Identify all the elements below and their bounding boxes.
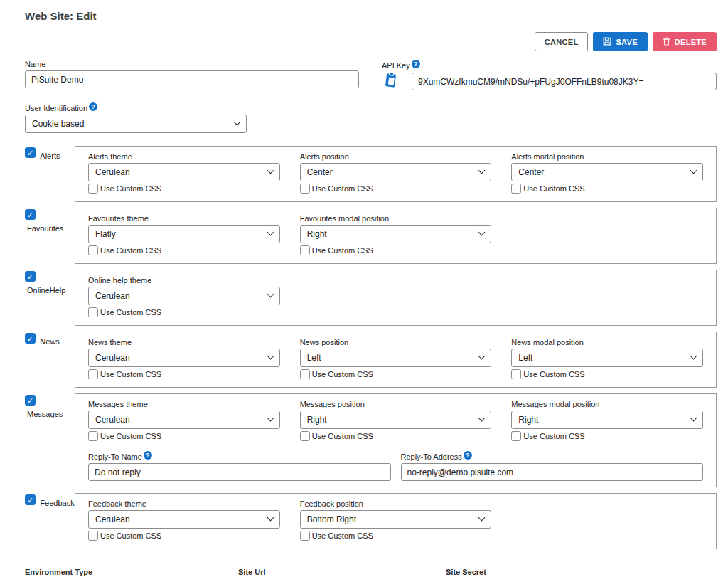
- feedback-theme-custom-css[interactable]: Use Custom CSS: [88, 531, 161, 541]
- alerts-modal-position-custom-css-checkbox[interactable]: [511, 184, 521, 194]
- api-key-input[interactable]: [412, 73, 717, 90]
- favourites-panel: Favourites theme Flatly Use Custom CSS F…: [75, 208, 717, 264]
- favourites-theme-select[interactable]: Flatly: [88, 225, 280, 243]
- alerts-theme-select[interactable]: Cerulean: [88, 163, 280, 181]
- favourites-theme-custom-css[interactable]: Use Custom CSS: [88, 245, 161, 255]
- onlinehelp-theme-custom-css-checkbox[interactable]: [88, 307, 98, 317]
- feedback-theme-custom-css-checkbox[interactable]: [88, 531, 98, 541]
- user-identification-field: User Identification? Cookie based: [25, 102, 247, 133]
- alerts-modal-position-select[interactable]: Center: [511, 163, 703, 181]
- news-modal-position-label: News modal position: [511, 338, 703, 346]
- alerts-position-select[interactable]: Center: [300, 163, 492, 181]
- feedback-theme-select[interactable]: Cerulean: [88, 510, 280, 529]
- news-position-label: News position: [300, 338, 492, 346]
- news-theme-custom-css[interactable]: Use Custom CSS: [88, 369, 161, 379]
- onlinehelp-theme-select[interactable]: Cerulean: [88, 287, 280, 305]
- section-favourites: ✓ Favourites Favourites theme Flatly Use…: [25, 208, 717, 264]
- favourites-theme-field: Favourites theme Flatly Use Custom CSS: [88, 212, 280, 258]
- news-modal-position-select[interactable]: Left: [511, 349, 703, 367]
- alerts-theme-custom-css[interactable]: Use Custom CSS: [88, 184, 161, 194]
- feedback-enabled-checkbox[interactable]: ✓: [25, 494, 36, 505]
- news-modal-position-custom-css[interactable]: Use Custom CSS: [511, 369, 584, 379]
- user-identification-select[interactable]: Cookie based: [25, 115, 247, 133]
- news-panel: News theme Cerulean Use Custom CSS News …: [75, 332, 717, 388]
- news-position-custom-css-checkbox[interactable]: [300, 369, 310, 379]
- messages-theme-custom-css[interactable]: Use Custom CSS: [88, 431, 161, 441]
- news-enabled-checkbox[interactable]: ✓: [25, 333, 36, 344]
- messages-enabled-checkbox[interactable]: ✓: [25, 395, 36, 406]
- save-button-label: SAVE: [616, 38, 637, 46]
- user-identification-select-wrap: Cookie based: [25, 115, 247, 133]
- messages-position-label: Messages position: [300, 400, 492, 408]
- news-theme-label: News theme: [88, 338, 280, 346]
- check-icon: ✓: [26, 210, 35, 220]
- delete-button[interactable]: DELETE: [653, 32, 717, 51]
- onlinehelp-theme-field: Online help theme Cerulean Use Custom CS…: [88, 274, 280, 319]
- toolbar: CANCEL SAVE DELETE: [25, 32, 717, 51]
- api-key-row: [382, 72, 717, 91]
- alerts-modal-position-custom-css[interactable]: Use Custom CSS: [511, 184, 584, 194]
- reply-to-address-help-icon[interactable]: ?: [464, 451, 472, 460]
- messages-modal-position-select[interactable]: Right: [511, 411, 703, 429]
- reply-to-name-help-icon[interactable]: ?: [144, 451, 152, 460]
- favourites-modal-position-select[interactable]: Right: [300, 225, 492, 243]
- news-theme-field: News theme Cerulean Use Custom CSS: [88, 336, 280, 381]
- alerts-theme-custom-css-checkbox[interactable]: [88, 184, 98, 194]
- name-label: Name: [25, 60, 359, 68]
- api-key-copy-clipboard-icon[interactable]: [383, 72, 399, 91]
- news-toggle: ✓ News: [25, 332, 75, 388]
- favourites-enabled-checkbox[interactable]: ✓: [25, 209, 36, 220]
- onlinehelp-section-label: OnlineHelp: [27, 286, 65, 295]
- messages-modal-position-custom-css-checkbox[interactable]: [511, 431, 521, 441]
- messages-reply-row: Reply-To Name? Reply-To Address?: [88, 449, 703, 481]
- alerts-position-custom-css[interactable]: Use Custom CSS: [300, 184, 373, 194]
- alerts-enabled-checkbox[interactable]: ✓: [25, 147, 36, 158]
- alerts-position-custom-css-checkbox[interactable]: [300, 184, 310, 194]
- reply-to-address-input[interactable]: [401, 463, 704, 481]
- save-button[interactable]: SAVE: [593, 32, 647, 51]
- check-icon: ✓: [26, 334, 35, 344]
- user-identification-help-icon[interactable]: ?: [89, 102, 97, 111]
- messages-theme-custom-css-checkbox[interactable]: [88, 431, 98, 441]
- messages-position-custom-css[interactable]: Use Custom CSS: [300, 431, 373, 441]
- favourites-modal-position-field: Favourites modal position Right Use Cust…: [300, 212, 492, 258]
- onlinehelp-panel: Online help theme Cerulean Use Custom CS…: [75, 270, 717, 326]
- messages-theme-select[interactable]: Cerulean: [88, 411, 280, 429]
- onlinehelp-theme-custom-css[interactable]: Use Custom CSS: [88, 307, 161, 317]
- alerts-position-field: Alerts position Center Use Custom CSS: [300, 150, 492, 196]
- messages-position-select[interactable]: Right: [300, 411, 492, 429]
- api-key-label-text: API Key: [382, 61, 410, 70]
- messages-modal-position-custom-css[interactable]: Use Custom CSS: [511, 431, 584, 441]
- onlinehelp-theme-label: Online help theme: [88, 276, 280, 285]
- alerts-theme-label: Alerts theme: [88, 152, 280, 161]
- trash-icon: [663, 37, 670, 47]
- news-section-label: News: [40, 337, 60, 346]
- environments-table: Environment Type Site Url Site Secret: [25, 561, 717, 577]
- news-theme-select[interactable]: Cerulean: [88, 349, 280, 367]
- news-position-custom-css[interactable]: Use Custom CSS: [300, 369, 373, 379]
- news-modal-position-custom-css-checkbox[interactable]: [511, 369, 521, 379]
- site-url-header: Site Url: [238, 568, 446, 576]
- name-input[interactable]: [25, 70, 359, 88]
- user-identification-label-text: User Identification: [25, 104, 87, 112]
- feedback-position-select[interactable]: Bottom Right: [300, 510, 492, 529]
- feedback-position-custom-css-checkbox[interactable]: [300, 531, 310, 541]
- feedback-theme-field: Feedback theme Cerulean Use Custom CSS: [88, 497, 280, 543]
- reply-to-name-input[interactable]: [88, 463, 391, 481]
- messages-modal-position-field: Messages modal position Right Use Custom…: [511, 398, 703, 443]
- favourites-modal-position-custom-css-checkbox[interactable]: [300, 245, 310, 255]
- onlinehelp-enabled-checkbox[interactable]: ✓: [25, 271, 36, 282]
- messages-position-custom-css-checkbox[interactable]: [300, 431, 310, 441]
- cancel-button[interactable]: CANCEL: [535, 32, 589, 51]
- favourites-theme-custom-css-checkbox[interactable]: [88, 245, 98, 255]
- news-position-field: News position Left Use Custom CSS: [300, 336, 492, 381]
- favourites-theme-label: Favourites theme: [88, 214, 280, 223]
- api-key-help-icon[interactable]: ?: [412, 60, 420, 68]
- feedback-position-field: Feedback position Bottom Right Use Custo…: [300, 497, 492, 543]
- news-theme-custom-css-checkbox[interactable]: [88, 369, 98, 379]
- news-position-select[interactable]: Left: [300, 349, 492, 367]
- feedback-position-custom-css[interactable]: Use Custom CSS: [300, 531, 373, 541]
- messages-position-field: Messages position Right Use Custom CSS: [300, 398, 492, 443]
- favourites-modal-position-custom-css[interactable]: Use Custom CSS: [300, 245, 373, 255]
- check-icon: ✓: [26, 272, 35, 282]
